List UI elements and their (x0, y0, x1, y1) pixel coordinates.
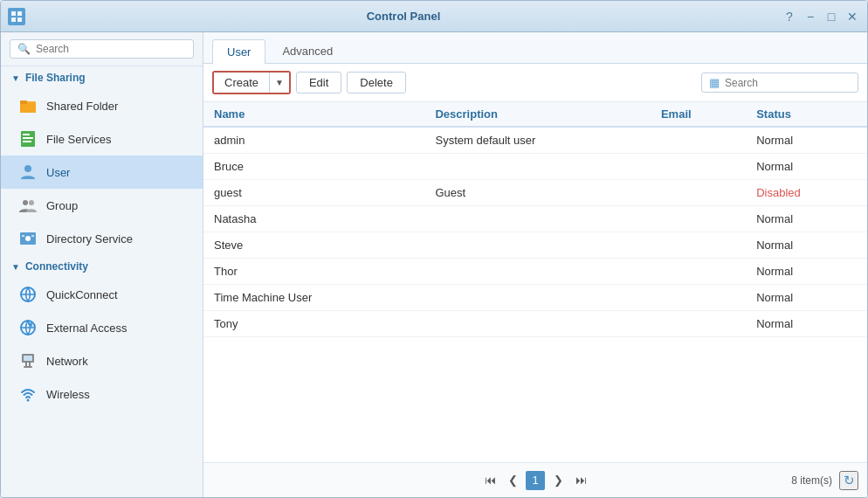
cell-status: Normal (746, 206, 867, 232)
delete-button[interactable]: Delete (347, 72, 406, 93)
svg-rect-5 (20, 103, 36, 113)
toolbar: Create ▼ Edit Delete ▦ (203, 64, 867, 102)
toolbar-search-input[interactable] (725, 77, 851, 89)
cell-email (651, 311, 746, 337)
sidebar-item-quickconnect[interactable]: QuickConnect (1, 278, 203, 311)
pagination: ⏮ ❮ 1 ❯ ⏭ 8 item(s) ↻ (203, 462, 867, 497)
col-description[interactable]: Description (424, 102, 650, 127)
quickconnect-icon (18, 285, 38, 304)
cell-status: Normal (746, 232, 867, 259)
table-row[interactable]: Time Machine User Normal (203, 285, 867, 311)
user-label: User (46, 166, 70, 179)
cell-description (424, 285, 650, 311)
col-email[interactable]: Email (651, 102, 746, 127)
create-button-group: Create ▼ (212, 71, 291, 94)
file-services-label: File Services (46, 133, 111, 146)
directory-service-icon (18, 229, 38, 248)
network-label: Network (46, 355, 88, 368)
connectivity-label: Connectivity (25, 260, 88, 273)
table-row[interactable]: Steve Normal (203, 232, 867, 259)
svg-point-11 (24, 165, 31, 172)
connectivity-section: ▼ Connectivity QuickConnect (1, 255, 203, 411)
sidebar-item-network[interactable]: Network (1, 344, 203, 377)
sidebar-item-wireless[interactable]: Wireless (1, 377, 203, 411)
help-button[interactable]: ? (782, 9, 797, 24)
cell-name: Bruce (203, 154, 424, 180)
svg-point-12 (23, 200, 28, 205)
sidebar-item-shared-folder[interactable]: Shared Folder (1, 89, 203, 122)
create-dropdown-button[interactable]: ▼ (270, 73, 289, 93)
cell-description: Guest (424, 180, 650, 206)
sidebar-search-input[interactable] (36, 43, 186, 55)
file-sharing-chevron: ▼ (11, 73, 20, 83)
cell-name: guest (203, 180, 424, 206)
wireless-icon (18, 384, 38, 404)
svg-rect-27 (29, 363, 31, 366)
table-row[interactable]: Tony Normal (203, 311, 867, 337)
page-1-button[interactable]: 1 (526, 471, 545, 490)
svg-rect-9 (23, 137, 33, 139)
cell-description (424, 232, 650, 259)
last-page-button[interactable]: ⏭ (571, 471, 590, 490)
col-status[interactable]: Status (746, 102, 867, 127)
group-icon (18, 196, 38, 215)
first-page-button[interactable]: ⏮ (480, 471, 499, 490)
svg-rect-3 (17, 17, 22, 22)
window-controls: ? − □ ✕ (782, 9, 860, 24)
cell-description: System default user (424, 127, 650, 154)
sidebar-item-external-access[interactable]: External Access (1, 311, 203, 344)
cell-email (651, 180, 746, 206)
file-sharing-header[interactable]: ▼ File Sharing (1, 66, 203, 89)
cell-description (424, 206, 650, 232)
sidebar: 🔍 ▼ File Sharing (1, 32, 203, 497)
shared-folder-icon (18, 96, 38, 115)
close-button[interactable]: ✕ (844, 9, 860, 24)
sidebar-item-directory-service[interactable]: Directory Service (1, 222, 203, 255)
svg-rect-1 (17, 11, 22, 16)
svg-rect-17 (31, 235, 34, 237)
external-access-icon (18, 318, 38, 337)
external-access-label: External Access (46, 322, 127, 335)
connectivity-header[interactable]: ▼ Connectivity (1, 255, 203, 278)
cell-name: Steve (203, 232, 424, 259)
maximize-button[interactable]: □ (823, 9, 839, 24)
sidebar-search-container: 🔍 (1, 32, 203, 66)
prev-page-button[interactable]: ❮ (503, 471, 522, 490)
refresh-button[interactable]: ↻ (839, 471, 858, 490)
cell-name: Tony (203, 311, 424, 337)
tab-advanced[interactable]: Advanced (267, 38, 348, 63)
svg-point-13 (29, 200, 34, 205)
cell-status: Normal (746, 285, 867, 311)
svg-rect-6 (20, 100, 27, 104)
create-button[interactable]: Create (214, 73, 270, 93)
edit-button[interactable]: Edit (296, 72, 341, 93)
table-row[interactable]: guest Guest Disabled (203, 180, 867, 206)
col-name[interactable]: Name (203, 102, 424, 127)
sidebar-item-user[interactable]: User (1, 156, 203, 189)
cell-status: Normal (746, 259, 867, 285)
svg-rect-25 (24, 356, 32, 361)
sidebar-item-file-services[interactable]: File Services (1, 122, 203, 156)
table-row[interactable]: Natasha Normal (203, 206, 867, 232)
svg-rect-8 (23, 134, 30, 135)
filter-icon: ▦ (709, 76, 720, 89)
minimize-button[interactable]: − (803, 9, 818, 24)
group-label: Group (46, 199, 78, 212)
cell-name: Natasha (203, 206, 424, 232)
svg-rect-16 (22, 235, 24, 237)
sidebar-item-group[interactable]: Group (1, 189, 203, 222)
cell-email (651, 285, 746, 311)
cell-status: Disabled (746, 180, 867, 206)
table-row[interactable]: Bruce Normal (203, 154, 867, 180)
next-page-button[interactable]: ❯ (548, 471, 568, 490)
cell-status: Normal (746, 311, 867, 337)
table-row[interactable]: admin System default user Normal (203, 127, 867, 154)
file-services-icon (18, 129, 38, 149)
svg-rect-2 (11, 17, 16, 22)
tab-user[interactable]: User (212, 39, 265, 64)
connectivity-chevron: ▼ (11, 262, 20, 272)
sidebar-search-icon: 🔍 (17, 43, 31, 55)
content-panel: User Advanced Create ▼ Edit Delete ▦ (203, 32, 867, 497)
item-count: 8 item(s) (791, 474, 832, 487)
table-row[interactable]: Thor Normal (203, 259, 867, 285)
